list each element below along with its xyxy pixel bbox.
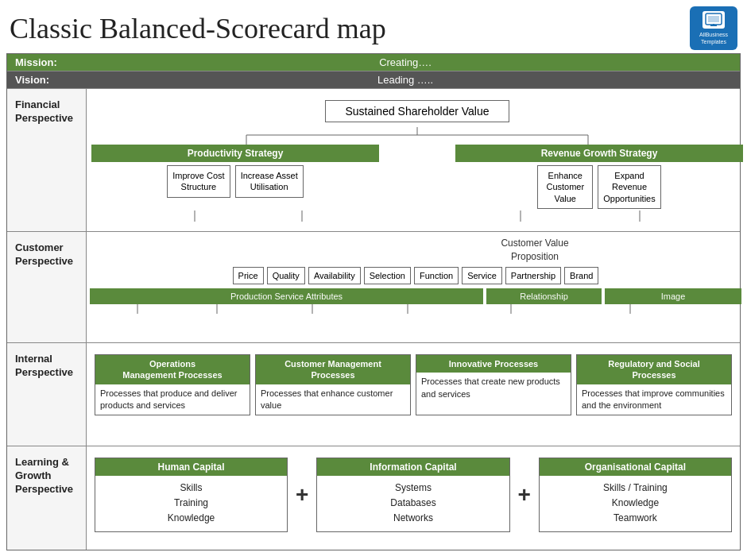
plus-sign-1: + bbox=[292, 482, 312, 508]
customer-label: CustomerPerspective bbox=[7, 232, 87, 342]
group-bars-row: Production Service Attributes Relationsh… bbox=[90, 288, 741, 304]
internal-box-innovative: Innovative Processes Processes that crea… bbox=[416, 354, 571, 415]
ssv-box: Sustained Shareholder Value bbox=[325, 100, 509, 122]
cvp-area: Customer ValueProposition bbox=[90, 237, 741, 264]
attr-partnership: Partnership bbox=[505, 267, 561, 284]
learning-org-header: Organisational Capital bbox=[540, 458, 731, 476]
logo-box: AllBusiness Templates bbox=[690, 6, 737, 50]
page-container: Classic Balanced-Scorecard map AllBusine… bbox=[0, 0, 747, 550]
internal-ops-header: OperationsManagement Processes bbox=[95, 355, 250, 384]
fin-section: Sustained Shareholder Value bbox=[91, 95, 743, 210]
attr-service: Service bbox=[462, 267, 502, 284]
internal-box-regulatory: Regulatory and SocialProcesses Processes… bbox=[576, 354, 732, 415]
strategy-item-asset: Increase AssetUtilisation bbox=[235, 165, 304, 198]
attributes-row: Price Quality Availability Selection Fun… bbox=[90, 267, 741, 284]
internal-box-customer: Customer ManagementProcesses Processes t… bbox=[255, 354, 411, 415]
mission-row: Mission: Creating…. bbox=[7, 54, 740, 71]
logo-icon bbox=[702, 11, 725, 29]
learning-human-header: Human Capital bbox=[95, 458, 287, 476]
attr-quality: Quality bbox=[267, 267, 305, 284]
image-group: Image bbox=[605, 288, 741, 304]
title-area: Classic Balanced-Scorecard map AllBusine… bbox=[0, 0, 747, 53]
internal-innovative-header: Innovative Processes bbox=[416, 355, 571, 373]
financial-label: FinancialPerspective bbox=[7, 89, 87, 231]
internal-content: OperationsManagement Processes Processes… bbox=[87, 343, 740, 446]
revenue-items: EnhanceCustomerValue ExpandRevenueOpport… bbox=[455, 165, 743, 209]
mission-label: Mission: bbox=[15, 56, 79, 68]
learning-label: Learning &GrowthPerspective bbox=[7, 446, 87, 550]
customer-section: CustomerPerspective Customer ValuePropos… bbox=[7, 232, 740, 343]
vision-row: Vision: Leading ….. bbox=[7, 71, 740, 89]
internal-boxes-container: OperationsManagement Processes Processes… bbox=[91, 350, 735, 420]
attr-brand: Brand bbox=[564, 267, 598, 284]
learning-section: Learning &GrowthPerspective Human Capita… bbox=[7, 446, 740, 550]
learning-box-human: Human Capital SkillsTrainingKnowledge bbox=[95, 458, 288, 532]
productivity-block: Productivity Strategy Improve CostStruct… bbox=[91, 145, 379, 209]
svg-rect-1 bbox=[708, 16, 719, 22]
learning-content: Human Capital SkillsTrainingKnowledge + … bbox=[87, 446, 740, 550]
connector-svg-1 bbox=[91, 127, 743, 145]
plus-sign-2: + bbox=[515, 482, 534, 508]
internal-innovative-body: Processes that create new products and s… bbox=[416, 373, 571, 404]
internal-regulatory-body: Processes that improve communities and t… bbox=[577, 384, 731, 415]
customer-content: Customer ValueProposition Price Quality … bbox=[87, 232, 745, 342]
productivity-header: Productivity Strategy bbox=[91, 145, 379, 162]
productivity-items: Improve CostStructure Increase AssetUtil… bbox=[91, 165, 379, 198]
relationship-group: Relationship bbox=[486, 288, 602, 304]
internal-customer-body: Processes that enhance customer value bbox=[256, 384, 410, 415]
internal-label: InternalPerspective bbox=[7, 343, 87, 446]
learning-box-org: Organisational Capital Skills / Training… bbox=[539, 458, 732, 532]
learning-org-body: Skills / TrainingKnowledgeTeamwork bbox=[540, 476, 731, 531]
strategy-item-customer-value: EnhanceCustomerValue bbox=[537, 165, 593, 209]
internal-section: InternalPerspective OperationsManagement… bbox=[7, 343, 740, 446]
strategies-row: Productivity Strategy Improve CostStruct… bbox=[91, 145, 743, 209]
revenue-header: Revenue Growth Strategy bbox=[455, 145, 743, 162]
logo-line2: Templates bbox=[701, 39, 726, 45]
vision-label: Vision: bbox=[15, 74, 79, 86]
fin-middle-gap bbox=[385, 145, 449, 209]
mission-value: Creating…. bbox=[79, 56, 732, 68]
cvp-label: Customer ValueProposition bbox=[501, 237, 568, 264]
connector-svg-3 bbox=[90, 304, 741, 314]
content-area: Mission: Creating…. Vision: Leading ….. … bbox=[6, 53, 741, 550]
internal-regulatory-header: Regulatory and SocialProcesses bbox=[577, 355, 731, 384]
financial-content: Sustained Shareholder Value bbox=[87, 89, 747, 231]
strategy-item-cost: Improve CostStructure bbox=[167, 165, 230, 198]
attr-selection: Selection bbox=[364, 267, 411, 284]
financial-section: FinancialPerspective Sustained Sharehold… bbox=[7, 89, 740, 232]
attr-price: Price bbox=[233, 267, 264, 284]
attr-function: Function bbox=[414, 267, 459, 284]
logo-line1: AllBusiness bbox=[699, 32, 728, 38]
internal-ops-body: Processes that produce and deliver produ… bbox=[95, 384, 250, 415]
vision-value: Leading ….. bbox=[79, 74, 732, 86]
learning-box-info: Information Capital SystemsDatabasesNetw… bbox=[316, 458, 509, 532]
internal-customer-header: Customer ManagementProcesses bbox=[256, 355, 410, 384]
learning-boxes-container: Human Capital SkillsTrainingKnowledge + … bbox=[91, 453, 735, 537]
main-title: Classic Balanced-Scorecard map bbox=[10, 12, 386, 45]
production-group: Production Service Attributes bbox=[90, 288, 483, 304]
connector-svg-2 bbox=[91, 210, 743, 222]
revenue-block: Revenue Growth Strategy EnhanceCustomerV… bbox=[455, 145, 743, 209]
internal-box-ops: OperationsManagement Processes Processes… bbox=[95, 354, 250, 415]
logo-svg bbox=[705, 13, 722, 27]
learning-info-body: SystemsDatabasesNetworks bbox=[317, 476, 509, 531]
strategy-item-expand: ExpandRevenueOpportunities bbox=[598, 165, 660, 209]
attr-availability: Availability bbox=[308, 267, 361, 284]
learning-info-header: Information Capital bbox=[317, 458, 509, 476]
learning-human-body: SkillsTrainingKnowledge bbox=[95, 476, 287, 531]
